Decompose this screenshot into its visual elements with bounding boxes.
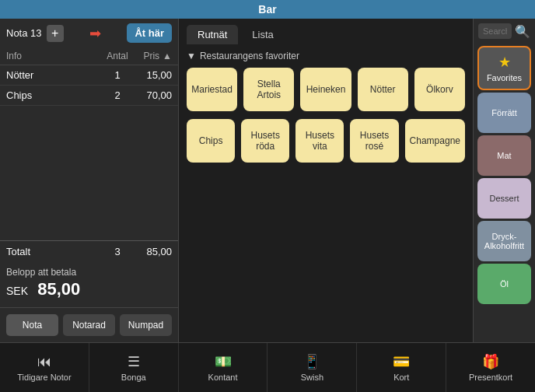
right-panel: 🔍 ★FavoritesFörrättMatDessertDryck-Alkoh… [473,19,535,342]
right-arrow-icon: ➡ [89,25,101,42]
bottom-icon: 📱 [303,353,320,370]
notarad-button[interactable]: Notarad [63,314,115,336]
menu-item[interactable]: Stella Artois [243,68,294,111]
category-btn-forratt[interactable]: Förrätt [477,93,531,133]
tab-lista[interactable]: Lista [241,25,284,44]
bottom-btn-label: Kort [393,373,409,382]
belopp-label: Belopp att betala [6,267,172,278]
at-her-button[interactable]: Åt här [127,23,172,43]
totalt-antal: 3 [102,246,133,257]
menu-item[interactable]: Nötter [358,68,408,111]
bottom-btn-label: Bonga [121,373,146,382]
totalt-row: Totalt 3 85,00 [0,240,178,262]
search-icon: 🔍 [515,24,530,39]
payment-buttons: Nota Notarad Numpad [0,308,178,342]
totalt-pris: 85,00 [133,246,172,257]
category-label: Dryck-Alkoholfritt [481,232,528,250]
bottom-btn-label: Swish [301,373,323,382]
nota-button[interactable]: Nota [6,314,58,336]
belopp-currency: SEK [6,285,28,297]
nota-plus-button[interactable]: + [47,25,64,42]
left-panel: Nota 13 + ➡ Åt här Info Antal Pris ▲ Nöt… [0,19,179,342]
bottom-btn-label: Kontant [208,373,238,382]
order-items: Nötter 1 15,00 Chips 2 70,00 [0,65,178,240]
bottom-btn-swish[interactable]: 📱 Swish [268,343,357,392]
menu-item[interactable]: Husets röda [241,119,289,163]
search-input[interactable] [478,23,512,39]
bottom-btn-bonga[interactable]: ☰ Bonga [89,343,179,392]
menu-row-2: ChipsHusets rödaHusets vitaHusets roséCh… [187,119,465,163]
order-item[interactable]: Nötter 1 15,00 [0,65,178,86]
item-name: Nötter [6,69,102,81]
category-label: Öl [500,279,509,289]
item-antal: 1 [102,69,133,81]
bottom-icon: ⏮ [37,354,51,370]
category-btn-mat[interactable]: Mat [477,135,531,176]
search-bar: 🔍 [474,19,535,44]
category-btn-dryck[interactable]: Dryck-Alkoholfritt [477,221,531,261]
tab-bar: RutnätLista [179,19,473,44]
bottom-btn-tidigare-notor[interactable]: ⏮ Tidigare Notor [0,343,89,392]
belopp-amount: 85,00 [37,279,80,299]
col-pris-label: Pris ▲ [133,51,172,61]
bottom-btn-label: Presentkort [469,373,512,382]
belopp-row: Belopp att betala SEK 85,00 [0,262,178,308]
bottom-btn-kort[interactable]: 💳 Kort [357,343,446,392]
bottom-btn-kontant[interactable]: 💵 Kontant [179,343,268,392]
bottom-icon: 🎁 [482,353,499,370]
top-bar: Bar [0,0,535,19]
categories-container: ★FavoritesFörrättMatDessertDryck-Alkohol… [474,44,535,306]
main-area: Nota 13 + ➡ Åt här Info Antal Pris ▲ Nöt… [0,19,535,342]
menu-item[interactable]: Heineken [300,68,351,111]
order-header: Info Antal Pris ▲ [0,47,178,65]
menu-item[interactable]: Mariestad [187,68,237,111]
item-name: Chips [6,89,102,101]
menu-item[interactable]: Ölkorv [414,68,465,111]
bottom-btn-label: Tidigare Notor [17,373,71,382]
category-btn-favorites[interactable]: ★Favorites [477,46,531,90]
col-info-label: Info [6,51,102,61]
category-label: Mat [497,151,511,160]
menu-item[interactable]: Husets rosé [350,119,398,163]
nota-row: Nota 13 + ➡ Åt här [0,19,178,47]
order-item[interactable]: Chips 2 70,00 [0,86,178,106]
sort-icon: ▲ [163,51,172,61]
menu-area: ▼ Restaurangens favoriter MariestadStell… [179,44,473,342]
arrow-spacer: ➡ [68,25,123,42]
category-btn-dessert[interactable]: Dessert [477,178,531,219]
menu-item[interactable]: Champagne [405,119,465,163]
bottom-btn-presentkort[interactable]: 🎁 Presentkort [446,343,535,392]
bottom-bar: ⏮ Tidigare Notor ☰ Bonga 💵 Kontant 📱 Swi… [0,342,535,392]
bar-title: Bar [258,3,276,16]
item-pris: 70,00 [133,89,172,101]
section-label: Restaurangens favoriter [200,51,299,61]
bottom-icon: 💵 [215,353,232,370]
bottom-icon: 💳 [393,353,410,370]
tab-rutnät[interactable]: Rutnät [187,25,238,44]
menu-row-1: MariestadStella ArtoisHeinekenNötterÖlko… [187,68,465,111]
col-antal-label: Antal [102,51,133,61]
item-antal: 2 [102,89,133,101]
chevron-down-icon: ▼ [187,51,196,61]
item-pris: 15,00 [133,69,172,81]
nota-label: Nota 13 [6,27,42,39]
center-panel: RutnätLista ▼ Restaurangens favoriter Ma… [179,19,473,342]
totalt-label: Totalt [6,246,102,257]
bottom-icon: ☰ [128,353,140,370]
category-label: Favorites [487,73,522,82]
category-btn-ol[interactable]: Öl [477,264,531,304]
numpad-button[interactable]: Numpad [120,314,172,336]
menu-item[interactable]: Chips [187,119,235,163]
category-label: Förrätt [491,108,516,117]
star-icon: ★ [498,54,511,71]
section-header: ▼ Restaurangens favoriter [187,51,465,61]
category-label: Dessert [490,194,519,203]
menu-item[interactable]: Husets vita [295,119,344,163]
belopp-value: SEK 85,00 [6,279,172,299]
